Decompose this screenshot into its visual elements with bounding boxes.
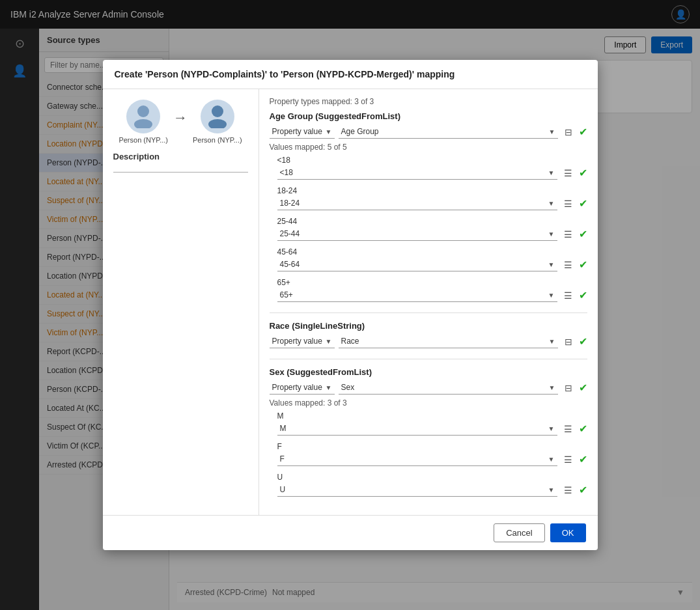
age-group-title: Age Group (SuggestedFromList) — [270, 111, 587, 121]
race-target-dropdown[interactable]: Race ▼ — [339, 335, 558, 348]
value-list-btn-m[interactable]: ☰ — [561, 423, 575, 436]
description-divider — [113, 172, 248, 173]
person-mapping-display: Person (NYP...) → Person (NYP...) — [119, 100, 242, 144]
age-group-status-icon: ✔ — [579, 126, 587, 138]
from-person: Person (NYP...) — [119, 100, 168, 144]
modal-title: Create 'Person (NYPD-Complaints)' to 'Pe… — [115, 69, 455, 79]
svg-point-2 — [212, 105, 223, 117]
age-group-target-dropdown[interactable]: Age Group ▼ — [339, 125, 558, 139]
value-select-2544: 25-44 ▼ ☰ ✔ — [270, 227, 587, 241]
cancel-button[interactable]: Cancel — [494, 523, 544, 542]
race-property-row: Property value ▼ Race ▼ ⊟ ✔ — [270, 335, 587, 348]
sex-title: Sex (SuggestedFromList) — [270, 367, 587, 377]
value-source-1824: 18-24 — [270, 186, 587, 195]
value-select-1824: 18-24 ▼ ☰ ✔ — [270, 197, 587, 210]
value-list-btn-lt18[interactable]: ☰ — [561, 167, 575, 180]
age-group-section: Age Group (SuggestedFromList) Property v… — [270, 111, 587, 302]
value-source-4564: 45-64 — [270, 247, 587, 256]
ok-button[interactable]: OK — [550, 523, 586, 542]
race-source-dropdown[interactable]: Property value ▼ — [270, 335, 335, 348]
age-group-source-value: Property value — [272, 127, 324, 136]
value-target-1824-dropdown[interactable]: 18-24 ▼ — [277, 197, 557, 210]
value-status-2544: ✔ — [579, 228, 587, 240]
modal-footer: Cancel OK — [103, 515, 598, 550]
sex-source-caret: ▼ — [326, 384, 332, 391]
sex-source-dropdown[interactable]: Property value ▼ — [270, 381, 335, 395]
race-status-icon: ✔ — [579, 335, 587, 348]
value-row-65plus: 65+ 65+ ▼ ☰ ✔ — [270, 278, 587, 302]
value-source-m: M — [270, 411, 587, 421]
modal-body: Person (NYP...) → Person (NYP...) Desc — [103, 89, 598, 515]
description-label: Description — [113, 152, 160, 161]
value-target-lt18-dropdown[interactable]: <18 ▼ — [277, 166, 557, 180]
from-person-label: Person (NYP...) — [119, 136, 168, 144]
value-row-2544: 25-44 25-44 ▼ ☰ ✔ — [270, 217, 587, 241]
race-title: Race (SingleLineString) — [270, 321, 587, 331]
age-group-property-row: Property value ▼ Age Group ▼ ⊟ ✔ — [270, 125, 587, 139]
value-status-1824: ✔ — [579, 197, 587, 210]
property-types-mapped: Property types mapped: 3 of 3 — [270, 97, 587, 106]
value-row-f: F F ▼ ☰ ✔ — [270, 442, 587, 466]
modal-right-pane[interactable]: Property types mapped: 3 of 3 Age Group … — [259, 89, 598, 515]
value-select-f: F ▼ ☰ ✔ — [270, 452, 587, 466]
section-divider-2 — [270, 359, 587, 359]
to-person-label: Person (NYP...) — [193, 136, 242, 144]
race-source-value: Property value — [272, 337, 324, 346]
age-group-source-caret: ▼ — [326, 128, 332, 135]
value-target-2544-dropdown[interactable]: 25-44 ▼ — [277, 227, 557, 241]
value-source-u: U — [270, 473, 587, 482]
value-source-f: F — [270, 442, 587, 451]
race-section: Race (SingleLineString) Property value ▼… — [270, 321, 587, 348]
age-group-target-value: Age Group — [341, 127, 548, 136]
sex-settings-btn[interactable]: ⊟ — [562, 381, 575, 395]
race-target-value: Race — [341, 337, 548, 346]
value-status-4564: ✔ — [579, 258, 587, 271]
age-group-settings-btn[interactable]: ⊟ — [562, 126, 575, 139]
age-group-source-dropdown[interactable]: Property value ▼ — [270, 125, 335, 139]
value-select-u: U ▼ ☰ ✔ — [270, 483, 587, 497]
value-list-btn-1824[interactable]: ☰ — [561, 197, 575, 210]
svg-point-1 — [134, 119, 152, 128]
sex-status-icon: ✔ — [579, 381, 587, 394]
from-avatar — [126, 100, 160, 133]
value-list-btn-u[interactable]: ☰ — [561, 484, 575, 497]
svg-point-0 — [137, 105, 149, 117]
value-row-m: M M ▼ ☰ ✔ — [270, 411, 587, 436]
value-target-4564-dropdown[interactable]: 45-64 ▼ — [277, 258, 557, 271]
section-divider-1 — [270, 312, 587, 313]
modal-overlay: Create 'Person (NYPD-Complaints)' to 'Pe… — [0, 0, 700, 610]
value-list-btn-2544[interactable]: ☰ — [561, 228, 575, 241]
value-target-m-dropdown[interactable]: M ▼ — [277, 422, 557, 436]
mapping-modal: Create 'Person (NYPD-Complaints)' to 'Pe… — [103, 60, 598, 550]
value-list-btn-f[interactable]: ☰ — [561, 453, 575, 466]
value-list-btn-4564[interactable]: ☰ — [561, 258, 575, 271]
value-source-2544: 25-44 — [270, 217, 587, 226]
svg-point-3 — [208, 119, 227, 128]
sex-target-dropdown[interactable]: Sex ▼ — [339, 381, 558, 395]
value-status-m: ✔ — [579, 423, 587, 435]
age-group-values-mapped: Values mapped: 5 of 5 — [270, 143, 587, 152]
value-target-65plus-dropdown[interactable]: 65+ ▼ — [277, 288, 557, 302]
value-source-lt18: <18 — [270, 156, 587, 165]
sex-source-value: Property value — [272, 383, 324, 392]
value-select-lt18: <18 ▼ ☰ ✔ — [270, 166, 587, 180]
to-avatar — [201, 100, 234, 133]
value-target-u-dropdown[interactable]: U ▼ — [277, 483, 557, 497]
value-row-4564: 45-64 45-64 ▼ ☰ ✔ — [270, 247, 587, 271]
sex-target-caret: ▼ — [549, 384, 555, 391]
modal-header: Create 'Person (NYPD-Complaints)' to 'Pe… — [103, 60, 598, 89]
value-status-lt18: ✔ — [579, 167, 587, 179]
value-status-65plus: ✔ — [579, 289, 587, 301]
value-row-lt18: <18 <18 ▼ ☰ ✔ — [270, 156, 587, 180]
sex-section: Sex (SuggestedFromList) Property value ▼… — [270, 367, 587, 497]
sex-target-value: Sex — [341, 383, 548, 392]
value-row-u: U U ▼ ☰ ✔ — [270, 473, 587, 497]
race-source-caret: ▼ — [326, 338, 332, 345]
value-select-m: M ▼ ☰ ✔ — [270, 422, 587, 436]
race-settings-btn[interactable]: ⊟ — [562, 335, 575, 348]
value-status-f: ✔ — [579, 453, 587, 465]
value-status-u: ✔ — [579, 484, 587, 496]
value-list-btn-65plus[interactable]: ☰ — [561, 289, 575, 302]
value-source-65plus: 65+ — [270, 278, 587, 287]
value-target-f-dropdown[interactable]: F ▼ — [277, 452, 557, 466]
